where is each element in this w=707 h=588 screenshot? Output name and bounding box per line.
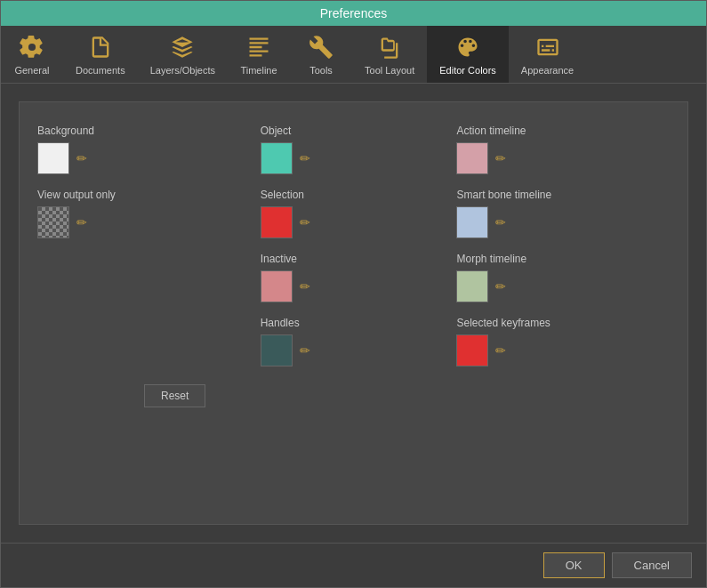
morph-timeline-label: Morph timeline: [456, 253, 670, 265]
tool-layout-icon: [375, 33, 404, 61]
background-color-row: ✏: [37, 142, 234, 174]
selection-edit-button[interactable]: ✏: [298, 213, 312, 231]
selected-keyframes-edit-button[interactable]: ✏: [494, 342, 508, 359]
toolbar-label-tools: Tools: [309, 65, 333, 76]
view-output-only-edit-button[interactable]: ✏: [75, 213, 89, 231]
smart-bone-timeline-label: Smart bone timeline: [456, 189, 670, 201]
inactive-swatch[interactable]: [261, 270, 293, 302]
toolbar-label-general: General: [14, 65, 49, 76]
color-item-inactive: Inactive ✏: [261, 253, 430, 302]
toolbar-item-general[interactable]: General: [1, 26, 63, 83]
toolbar-label-documents: Documents: [76, 65, 125, 76]
window-title: Preferences: [320, 6, 387, 20]
selected-keyframes-label: Selected keyframes: [456, 317, 670, 329]
color-item-background: Background ✏: [37, 125, 234, 174]
handles-swatch[interactable]: [261, 334, 293, 366]
ok-button[interactable]: OK: [543, 552, 605, 578]
action-timeline-swatch[interactable]: [456, 142, 488, 174]
toolbar-item-tools[interactable]: Tools: [290, 26, 352, 83]
toolbar-item-tool-layout[interactable]: Tool Layout: [352, 26, 427, 83]
toolbar-item-appearance[interactable]: Appearance: [509, 26, 586, 83]
color-item-morph-timeline: Morph timeline ✏: [456, 253, 670, 302]
view-output-only-label: View output only: [37, 189, 234, 201]
toolbar-item-layers-objects[interactable]: Layers/Objects: [138, 26, 228, 83]
smart-bone-timeline-edit-button[interactable]: ✏: [494, 213, 508, 231]
colors-grid: Background ✏ View output only ✏: [37, 125, 670, 366]
selection-label: Selection: [261, 189, 430, 201]
color-item-action-timeline: Action timeline ✏: [456, 125, 670, 174]
action-timeline-label: Action timeline: [456, 125, 670, 137]
appearance-icon: [534, 33, 562, 61]
color-item-smart-bone-timeline: Smart bone timeline ✏: [456, 189, 670, 238]
view-output-only-swatch[interactable]: [37, 206, 69, 238]
color-item-view-output-only: View output only ✏: [37, 189, 234, 238]
handles-color-row: ✏: [261, 334, 430, 366]
inactive-label: Inactive: [261, 253, 430, 265]
object-color-row: ✏: [261, 142, 430, 174]
preferences-window: Preferences General Documents: [0, 0, 707, 588]
color-item-handles: Handles ✏: [261, 317, 430, 366]
toolbar-item-editor-colors[interactable]: Editor Colors: [427, 26, 509, 83]
object-label: Object: [261, 125, 430, 137]
selection-swatch[interactable]: [261, 206, 293, 238]
color-item-object: Object ✏: [261, 125, 430, 174]
handles-edit-button[interactable]: ✏: [298, 342, 312, 359]
selected-keyframes-swatch[interactable]: [456, 334, 488, 366]
content-area: Background ✏ View output only ✏: [1, 84, 706, 543]
inactive-color-row: ✏: [261, 270, 430, 302]
morph-timeline-swatch[interactable]: [456, 270, 488, 302]
reset-button[interactable]: Reset: [144, 384, 205, 407]
toolbar-label-layers-objects: Layers/Objects: [150, 65, 215, 76]
object-swatch[interactable]: [261, 142, 293, 174]
background-swatch[interactable]: [37, 142, 69, 174]
morph-timeline-color-row: ✏: [456, 270, 670, 302]
timeline-icon: [245, 33, 273, 61]
object-edit-button[interactable]: ✏: [298, 149, 312, 167]
action-timeline-color-row: ✏: [456, 142, 670, 174]
color-item-selection: Selection ✏: [261, 189, 430, 238]
smart-bone-timeline-color-row: ✏: [456, 206, 670, 238]
cancel-button[interactable]: Cancel: [612, 552, 692, 578]
toolbar-label-appearance: Appearance: [521, 65, 574, 76]
toolbar-label-tool-layout: Tool Layout: [365, 65, 414, 76]
selection-color-row: ✏: [261, 206, 430, 238]
color-item-selected-keyframes: Selected keyframes ✏: [456, 317, 670, 366]
toolbar-label-editor-colors: Editor Colors: [439, 65, 496, 76]
document-icon: [86, 33, 115, 61]
inner-panel: Background ✏ View output only ✏: [19, 101, 688, 525]
toolbar-item-documents[interactable]: Documents: [63, 26, 138, 83]
title-bar: Preferences: [1, 1, 706, 26]
footer: OK Cancel: [1, 543, 706, 587]
toolbar-item-timeline[interactable]: Timeline: [228, 26, 290, 83]
view-output-only-color-row: ✏: [37, 206, 234, 238]
inactive-edit-button[interactable]: ✏: [298, 278, 312, 295]
toolbar-label-timeline: Timeline: [240, 65, 277, 76]
handles-label: Handles: [261, 317, 430, 329]
selected-keyframes-color-row: ✏: [456, 334, 670, 366]
background-label: Background: [37, 125, 234, 137]
smart-bone-timeline-swatch[interactable]: [456, 206, 488, 238]
background-edit-button[interactable]: ✏: [75, 149, 89, 167]
toolbar: General Documents Layers/Objects: [1, 26, 706, 84]
morph-timeline-edit-button[interactable]: ✏: [494, 278, 508, 295]
action-timeline-edit-button[interactable]: ✏: [494, 149, 508, 167]
editor-colors-icon: [454, 33, 482, 61]
gear-icon: [18, 33, 46, 61]
tools-icon: [307, 33, 335, 61]
layers-icon: [168, 33, 197, 61]
